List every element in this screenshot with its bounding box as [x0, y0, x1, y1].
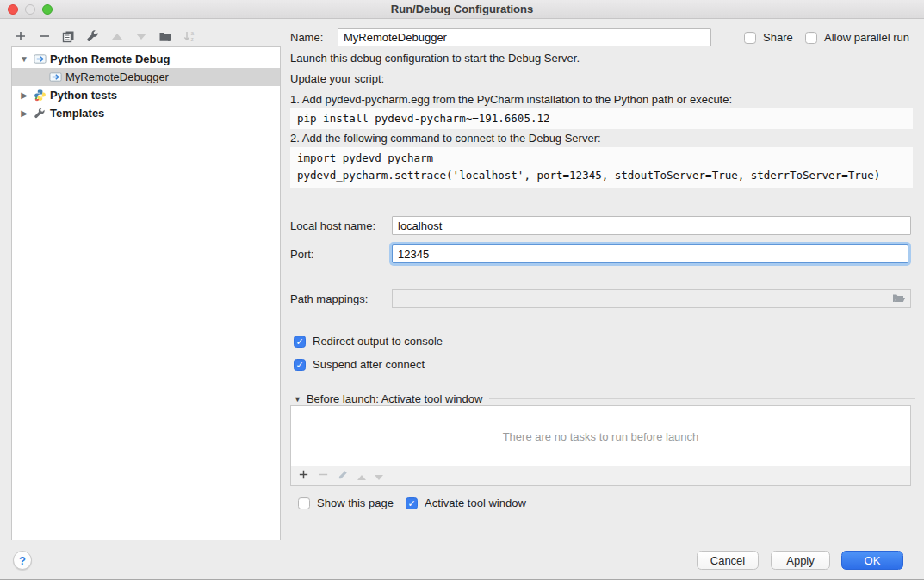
tree-item-myremotedebugger[interactable]: MyRemoteDebugger: [12, 68, 280, 86]
move-up-icon[interactable]: [109, 28, 125, 45]
step-1-text: 1. Add pydevd-pycharm.egg from the PyCha…: [290, 93, 732, 106]
redirect-output-label: Redirect output to console: [313, 335, 443, 348]
minimize-window-button[interactable]: [25, 4, 35, 15]
configuration-editor: Name: Share Allow parallel run Launch th…: [290, 0, 913, 580]
show-this-page-label: Show this page: [317, 497, 394, 509]
before-launch-tasks-list[interactable]: There are no tasks to run before launch: [290, 405, 911, 467]
tree-item-label: Python Remote Debug: [50, 52, 170, 65]
description-line-2: Update your script:: [290, 72, 384, 85]
svg-text:a: a: [190, 30, 194, 36]
name-label: Name:: [290, 31, 323, 44]
tree-item-label: Python tests: [50, 89, 117, 102]
before-launch-header[interactable]: ▼ Before launch: Activate tool window: [294, 392, 915, 405]
help-question-mark: ?: [19, 554, 26, 567]
remote-debug-icon: [33, 52, 47, 66]
activate-tool-window-label: Activate tool window: [425, 497, 526, 509]
share-checkbox-row: Share: [744, 31, 793, 44]
add-icon[interactable]: [298, 469, 309, 483]
tree-item-label: Templates: [50, 107, 104, 120]
suspend-after-connect-label: Suspend after connect: [313, 358, 425, 371]
allow-parallel-run-label: Allow parallel run: [824, 31, 909, 44]
cancel-button[interactable]: Cancel: [697, 551, 759, 570]
apply-button[interactable]: Apply: [771, 551, 830, 570]
activate-tool-window-row: Activate tool window: [406, 497, 526, 509]
tree-item-label: MyRemoteDebugger: [65, 71, 169, 83]
redirect-output-checkbox[interactable]: [294, 336, 306, 348]
remove-icon[interactable]: [318, 469, 329, 483]
zoom-window-button[interactable]: [42, 4, 53, 15]
path-mappings-label: Path mappings:: [290, 293, 368, 305]
step-2-text: 2. Add the following command to connect …: [290, 132, 601, 145]
settrace-code-line-1: import pydevd_pycharm: [297, 150, 906, 167]
tree-item-templates[interactable]: ▶ Templates: [12, 104, 280, 122]
configurations-tree: ▼ Python Remote Debug MyRemoteDebugger ▶…: [11, 46, 281, 540]
share-label: Share: [763, 31, 793, 44]
separator-line: [489, 398, 915, 399]
wrench-icon: [33, 107, 47, 120]
share-checkbox[interactable]: [744, 32, 756, 44]
svg-text:z: z: [190, 36, 193, 42]
activate-tool-window-checkbox[interactable]: [406, 497, 418, 509]
remote-debug-icon: [48, 71, 62, 84]
move-up-icon[interactable]: [357, 470, 366, 483]
move-down-icon[interactable]: [375, 470, 383, 483]
show-this-page-row: Show this page: [298, 497, 394, 509]
remove-icon[interactable]: [36, 28, 53, 45]
name-input[interactable]: [338, 28, 711, 46]
python-tests-icon: [33, 89, 47, 102]
chevron-down-icon[interactable]: ▼: [17, 54, 31, 64]
configurations-toolbar: az: [12, 27, 197, 46]
local-host-name-label: Local host name:: [290, 219, 375, 232]
chevron-down-icon[interactable]: ▼: [294, 395, 301, 404]
allow-parallel-run-checkbox[interactable]: [805, 32, 817, 44]
before-launch-toolbar: [290, 466, 911, 486]
suspend-after-connect-checkbox[interactable]: [294, 359, 306, 371]
ok-button[interactable]: OK: [841, 551, 903, 570]
tree-item-python-tests[interactable]: ▶ Python tests: [12, 86, 280, 104]
port-label: Port:: [290, 248, 313, 261]
chevron-right-icon[interactable]: ▶: [17, 108, 31, 118]
pip-install-code: pip install pydevd-pycharm~=191.6605.12: [290, 108, 913, 129]
path-mappings-input[interactable]: [392, 289, 911, 308]
description-line-1: Launch this debug configuration to start…: [290, 52, 580, 65]
browse-folder-icon[interactable]: [892, 293, 906, 307]
sort-alphabetically-icon[interactable]: az: [181, 28, 197, 45]
redirect-output-row: Redirect output to console: [294, 335, 443, 348]
move-down-icon[interactable]: [133, 28, 149, 45]
before-launch-title: Before launch: Activate tool window: [307, 392, 483, 405]
chevron-right-icon[interactable]: ▶: [17, 90, 31, 100]
port-input[interactable]: [392, 244, 908, 263]
edit-defaults-wrench-icon[interactable]: [84, 28, 101, 45]
close-window-button[interactable]: [8, 4, 18, 15]
new-folder-icon[interactable]: [157, 28, 173, 45]
help-button[interactable]: ?: [13, 551, 32, 570]
settrace-code-line-2: pydevd_pycharm.settrace('localhost', por…: [297, 167, 906, 184]
show-this-page-checkbox[interactable]: [298, 497, 310, 509]
settrace-code: import pydevd_pycharm pydevd_pycharm.set…: [290, 147, 913, 188]
tree-item-python-remote-debug[interactable]: ▼ Python Remote Debug: [12, 50, 280, 68]
local-host-name-input[interactable]: [392, 216, 911, 235]
allow-parallel-checkbox-row: Allow parallel run: [805, 31, 909, 44]
add-icon[interactable]: [12, 28, 28, 45]
copy-icon[interactable]: [60, 28, 77, 45]
edit-pencil-icon[interactable]: [338, 469, 349, 483]
empty-tasks-text: There are no tasks to run before launch: [503, 430, 699, 443]
suspend-after-connect-row: Suspend after connect: [294, 358, 425, 371]
